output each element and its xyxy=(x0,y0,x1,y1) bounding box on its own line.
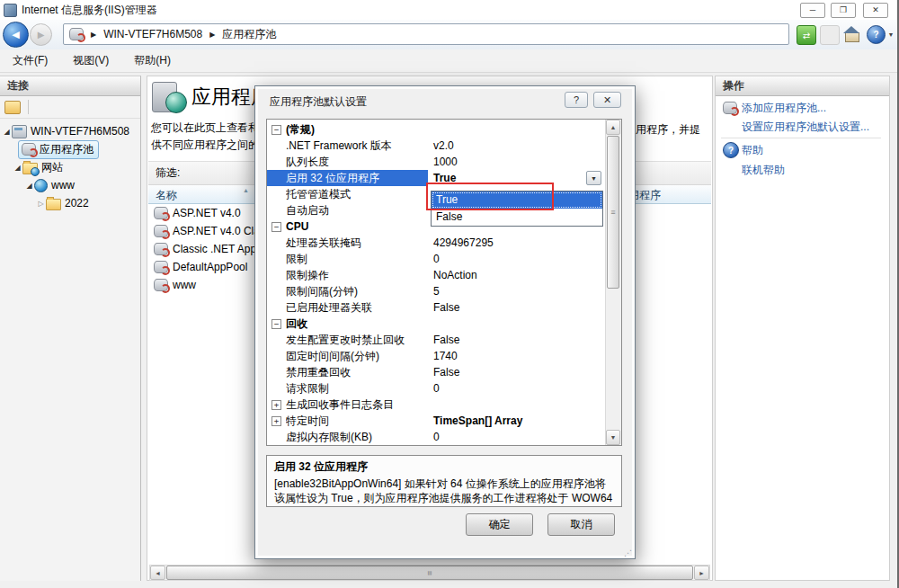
tree-expanded-icon[interactable]: ◢ xyxy=(2,128,12,136)
property-row[interactable]: .NET Framework 版本 v2.0 xyxy=(267,138,606,154)
window-titlebar[interactable]: Internet 信息服务(IIS)管理器 ─ ❐ ✕ xyxy=(0,0,899,20)
property-row[interactable]: 虚拟内存限制(KB) 0 xyxy=(267,429,606,445)
app-pool-name: ASP.NET v4.0 Cla xyxy=(173,225,260,237)
dialog-help-icon[interactable]: ? xyxy=(565,92,588,108)
menu-file[interactable]: 文件(F) xyxy=(0,53,60,68)
tree-expanded-icon[interactable]: ◢ xyxy=(13,164,22,172)
property-row[interactable]: 队列长度 1000 xyxy=(267,154,606,170)
tree-item-label: WIN-VTEF7H6M508 xyxy=(31,125,129,138)
vertical-scrollbar[interactable]: ▲ ≡ ▼ xyxy=(605,120,621,445)
property-row[interactable]: 限制间隔(分钟) 5 xyxy=(267,283,606,299)
sites-folder-icon xyxy=(22,163,38,174)
column-header-name[interactable]: 名称 xyxy=(156,188,177,203)
stop-icon-disabled xyxy=(820,25,840,45)
dialog-title: 应用程序池默认设置 xyxy=(270,94,367,110)
help-link[interactable]: 帮助 xyxy=(742,143,763,158)
app-pool-icon xyxy=(22,143,36,156)
red-highlight-annotation xyxy=(426,183,554,210)
home-icon[interactable] xyxy=(843,25,861,43)
tree-item-www[interactable]: ◢ www xyxy=(24,176,140,194)
actions-panel: 操作 添加应用程序池... 设置应用程序池默认设置... ? 帮助 联机帮助 xyxy=(715,76,890,581)
scroll-left-icon[interactable]: ◄ xyxy=(150,566,165,580)
tree-collapsed-icon[interactable]: ▷ xyxy=(36,200,46,208)
tree-item-label: www xyxy=(51,179,75,192)
property-row[interactable]: 发生配置更改时禁止回收 False xyxy=(267,332,606,348)
app-pool-name: DefaultAppPool xyxy=(173,261,247,273)
property-row[interactable]: 已启用处理器关联 False xyxy=(267,299,606,316)
connections-tree: ◢ WIN-VTEF7H6M508 应用程序池 ◢ 网站 ◢ www xyxy=(0,119,140,212)
combo-dropdown-icon[interactable]: ▼ xyxy=(586,171,601,185)
scroll-right-icon[interactable]: ► xyxy=(694,566,709,580)
tree-item-server[interactable]: ◢ WIN-VTEF7H6M508 xyxy=(2,122,140,140)
page-intro-line1: 您可以在此页上查看和 xyxy=(151,120,259,136)
menu-bar: 文件(F) 视图(V) 帮助(H) xyxy=(0,49,899,73)
tree-item-app-pools[interactable]: 应用程序池 xyxy=(18,140,140,158)
tree-expanded-icon[interactable]: ◢ xyxy=(24,182,34,190)
grip-icon: ≡ xyxy=(610,209,615,217)
set-app-pool-defaults-link[interactable]: 设置应用程序池默认设置... xyxy=(742,120,869,135)
scrollbar-thumb[interactable]: ≡ xyxy=(166,566,693,580)
app-pool-defaults-dialog: 应用程序池默认设置 ? ✕ − (常规) .NET Framework 版本 v… xyxy=(254,85,636,559)
minimize-icon[interactable]: ─ xyxy=(800,3,825,18)
horizontal-scrollbar[interactable]: ◄ ≡ ► xyxy=(149,565,710,581)
property-group-recycling[interactable]: − 回收 xyxy=(267,316,606,332)
scroll-down-icon[interactable]: ▼ xyxy=(606,430,620,445)
breadcrumb-page[interactable]: 应用程序池 xyxy=(222,27,276,42)
property-description-title: 启用 32 位应用程序 xyxy=(274,459,614,475)
property-rows: − (常规) .NET Framework 版本 v2.0 队列长度 1000 … xyxy=(267,121,606,445)
resize-grip-icon[interactable]: ⋰ xyxy=(624,548,632,557)
help-icon[interactable]: ? xyxy=(867,25,886,44)
tree-selection-highlight[interactable]: 应用程序池 xyxy=(18,140,99,159)
address-bar: ◀ ▶ ▶ WIN-VTEF7H6M508 ▶ 应用程序池 ⇄ ? ▼ xyxy=(0,20,899,50)
add-app-pool-link[interactable]: 添加应用程序池... xyxy=(742,101,826,116)
help-icon: ? xyxy=(723,142,739,158)
back-icon[interactable]: ◀ xyxy=(3,22,29,48)
breadcrumb[interactable]: ▶ WIN-VTEF7H6M508 ▶ 应用程序池 xyxy=(63,23,789,45)
restore-icon[interactable]: ❐ xyxy=(831,3,856,18)
app-pool-name: Classic .NET App xyxy=(173,243,256,255)
tree-item-sites[interactable]: ◢ 网站 xyxy=(13,158,140,176)
scroll-up-icon[interactable]: ▲ xyxy=(606,120,620,135)
menu-view[interactable]: 视图(V) xyxy=(60,53,121,68)
dialog-close-icon[interactable]: ✕ xyxy=(593,92,621,108)
tree-item-label: 网站 xyxy=(41,160,63,175)
page-intro-right-fragment: 用程序，并提 xyxy=(636,122,700,138)
property-row[interactable]: 处理器关联掩码 4294967295 xyxy=(267,235,606,251)
property-row[interactable]: 限制操作 NoAction xyxy=(267,267,606,283)
restart-icon[interactable]: ⇄ xyxy=(797,25,816,45)
cancel-button[interactable]: 取消 xyxy=(547,513,615,536)
breadcrumb-server[interactable]: WIN-VTEF7H6M508 xyxy=(103,28,202,40)
close-icon[interactable]: ✕ xyxy=(863,3,888,18)
save-connection-icon[interactable] xyxy=(4,101,21,114)
property-row-expandable[interactable]: + 特定时间 TimeSpan[] Array xyxy=(267,413,606,429)
property-row[interactable]: 禁用重叠回收 False xyxy=(267,364,606,380)
chevron-down-icon[interactable]: ▼ xyxy=(886,25,895,43)
connections-panel: 连接 ◢ WIN-VTEF7H6M508 应用程序池 ◢ 网站 xyxy=(0,76,141,581)
app-pool-icon xyxy=(154,243,168,255)
scrollbar-thumb[interactable]: ≡ xyxy=(607,136,619,289)
app-pool-name: www xyxy=(173,279,196,291)
tree-item-label: 应用程序池 xyxy=(40,142,93,157)
property-row[interactable]: 请求限制 0 xyxy=(267,380,606,396)
app-pool-icon xyxy=(154,261,168,273)
property-grid: − (常规) .NET Framework 版本 v2.0 队列长度 1000 … xyxy=(266,119,622,446)
online-help-link[interactable]: 联机帮助 xyxy=(742,163,785,178)
filter-label: 筛选: xyxy=(156,165,180,181)
property-row-expandable[interactable]: + 生成回收事件日志条目 xyxy=(267,396,606,413)
collapse-icon[interactable]: − xyxy=(271,222,281,232)
forward-icon[interactable]: ▶ xyxy=(30,23,52,46)
menu-help[interactable]: 帮助(H) xyxy=(121,53,183,68)
collapse-icon[interactable]: − xyxy=(271,125,281,135)
iis-manager-window: Internet 信息服务(IIS)管理器 ─ ❐ ✕ ◀ ▶ ▶ WIN-VT… xyxy=(0,0,899,588)
app-pool-icon xyxy=(154,225,168,237)
expand-icon[interactable]: + xyxy=(271,400,281,410)
property-group-general[interactable]: − (常规) xyxy=(267,121,606,138)
globe-icon xyxy=(34,179,48,192)
expand-icon[interactable]: + xyxy=(271,416,281,426)
ok-button[interactable]: 确定 xyxy=(466,513,533,536)
property-row[interactable]: 限制 0 xyxy=(267,251,606,267)
property-row[interactable]: 固定时间间隔(分钟) 1740 xyxy=(267,348,606,364)
collapse-icon[interactable]: − xyxy=(271,319,281,329)
tree-item-2022[interactable]: ▷ 2022 xyxy=(36,194,140,212)
dropdown-option-false[interactable]: False xyxy=(432,209,602,226)
